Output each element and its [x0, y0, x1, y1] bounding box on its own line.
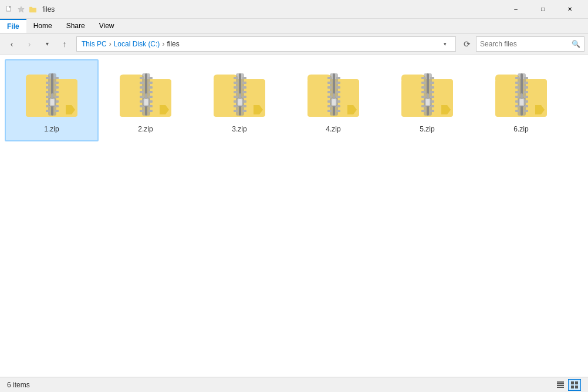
- file-name: 5.zip: [420, 125, 434, 133]
- breadcrumb-local-disk[interactable]: Local Disk (C:): [114, 40, 160, 48]
- svg-rect-58: [234, 110, 238, 112]
- svg-rect-22: [55, 110, 59, 112]
- search-input[interactable]: [480, 40, 572, 48]
- svg-rect-38: [148, 82, 153, 84]
- svg-rect-52: [234, 82, 238, 84]
- tab-share[interactable]: Share: [59, 19, 92, 33]
- svg-rect-25: [50, 99, 54, 105]
- svg-rect-48: [145, 93, 147, 99]
- svg-rect-70: [239, 93, 241, 99]
- tab-home[interactable]: Home: [26, 19, 59, 33]
- svg-rect-128: [524, 91, 528, 93]
- zip-folder-icon: [493, 65, 549, 121]
- address-bar[interactable]: This PC › Local Disk (C:) › files ▾: [76, 36, 456, 52]
- file-name: 4.zip: [326, 125, 340, 133]
- svg-rect-126: [524, 82, 528, 84]
- title-icons: [5, 5, 38, 14]
- file-item[interactable]: 3.zip: [192, 59, 286, 141]
- svg-rect-102: [421, 110, 425, 112]
- svg-rect-127: [524, 86, 528, 89]
- svg-rect-84: [336, 91, 340, 93]
- zip-folder-icon: [211, 65, 268, 121]
- svg-rect-10: [46, 91, 50, 93]
- item-count: 6 items: [7, 381, 30, 389]
- navigation-toolbar: ‹ › ▾ ↑ This PC › Local Disk (C:) › file…: [0, 33, 588, 55]
- svg-rect-140: [557, 387, 564, 388]
- svg-rect-53: [234, 86, 238, 89]
- svg-rect-113: [426, 99, 430, 105]
- svg-rect-69: [238, 99, 242, 105]
- maximize-button[interactable]: □: [529, 0, 556, 19]
- svg-rect-143: [571, 386, 574, 388]
- svg-rect-88: [336, 110, 340, 112]
- svg-rect-92: [333, 93, 335, 99]
- ribbon-tab-bar: File Home Share View: [0, 19, 588, 33]
- large-icons-view-button[interactable]: [568, 379, 581, 391]
- zip-folder-icon: [305, 65, 361, 121]
- file-item[interactable]: 4.zip: [286, 59, 380, 141]
- svg-rect-98: [421, 91, 425, 93]
- svg-rect-30: [140, 82, 144, 84]
- dropdown-button[interactable]: ▾: [439, 38, 451, 50]
- search-box[interactable]: 🔍: [476, 36, 584, 52]
- search-icon[interactable]: 🔍: [572, 40, 580, 48]
- svg-rect-31: [140, 86, 144, 89]
- svg-rect-7: [46, 77, 50, 79]
- svg-rect-59: [242, 77, 246, 79]
- title-bar: files – □ ✕: [0, 0, 588, 19]
- svg-rect-11: [46, 96, 50, 98]
- file-name: 6.zip: [513, 125, 528, 133]
- up-button[interactable]: ↑: [56, 36, 73, 52]
- file-name: 1.zip: [44, 125, 59, 133]
- quick-access-icon: [16, 5, 26, 14]
- folder-icon-title: [28, 5, 38, 14]
- svg-rect-135: [520, 99, 523, 105]
- svg-rect-66: [242, 110, 246, 112]
- svg-rect-18: [55, 91, 59, 93]
- svg-rect-139: [557, 385, 564, 386]
- svg-rect-41: [148, 96, 153, 98]
- refresh-button[interactable]: ⟳: [459, 36, 475, 52]
- svg-rect-16: [55, 82, 59, 84]
- svg-rect-36: [140, 110, 144, 112]
- file-item[interactable]: 1.zip: [5, 59, 99, 141]
- recent-locations-button[interactable]: ▾: [39, 36, 55, 52]
- svg-rect-61: [242, 86, 246, 89]
- svg-rect-103: [430, 77, 434, 79]
- tab-file[interactable]: File: [0, 19, 26, 33]
- svg-rect-40: [148, 91, 153, 93]
- svg-rect-76: [327, 91, 332, 93]
- back-button[interactable]: ‹: [4, 36, 20, 52]
- breadcrumb-sep-2: ›: [162, 40, 164, 48]
- svg-rect-99: [421, 96, 425, 98]
- svg-rect-105: [430, 86, 434, 89]
- svg-rect-39: [148, 86, 153, 89]
- svg-rect-33: [140, 96, 144, 98]
- svg-rect-91: [332, 99, 336, 105]
- svg-rect-83: [336, 86, 340, 89]
- svg-rect-47: [144, 99, 148, 105]
- file-item[interactable]: 2.zip: [99, 59, 192, 141]
- breadcrumb-files: files: [167, 40, 179, 48]
- close-button[interactable]: ✕: [556, 0, 583, 19]
- svg-rect-104: [430, 82, 434, 84]
- breadcrumb-sep-1: ›: [109, 40, 111, 48]
- svg-rect-9: [46, 86, 50, 89]
- tab-view[interactable]: View: [92, 19, 121, 33]
- svg-rect-55: [234, 96, 238, 98]
- view-buttons: [554, 379, 581, 391]
- svg-rect-74: [327, 82, 332, 84]
- page-icon: [5, 5, 14, 14]
- status-bar: 6 items: [0, 377, 588, 392]
- svg-rect-60: [242, 82, 246, 84]
- minimize-button[interactable]: –: [502, 0, 529, 19]
- breadcrumb-this-pc[interactable]: This PC: [82, 40, 107, 48]
- forward-button[interactable]: ›: [21, 36, 38, 52]
- svg-rect-138: [557, 383, 564, 384]
- details-view-button[interactable]: [554, 379, 567, 391]
- file-item[interactable]: 5.zip: [380, 59, 474, 141]
- svg-rect-117: [515, 77, 519, 79]
- file-item[interactable]: 6.zip: [474, 59, 568, 141]
- svg-rect-85: [336, 96, 340, 98]
- file-name: 3.zip: [232, 125, 246, 133]
